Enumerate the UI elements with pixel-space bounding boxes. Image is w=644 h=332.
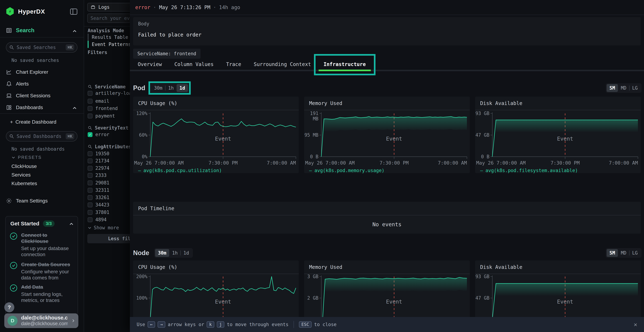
time-range-button[interactable]: 30m xyxy=(155,249,169,257)
filter-option[interactable]: ✓ 29081 xyxy=(88,180,109,186)
get-started-title: Get Started 3/3 xyxy=(10,220,54,227)
analysis-mode-option[interactable]: Event Patterns xyxy=(88,41,131,48)
user-menu[interactable]: D dale@clickhouse.com dale@clickhouse.co… xyxy=(4,314,78,328)
svg-text:Event: Event xyxy=(557,298,573,305)
sidebar-item-chart-explorer[interactable]: Chart Explorer xyxy=(6,69,48,75)
svg-text:0 B: 0 B xyxy=(310,154,318,160)
service-name-chip[interactable]: ServiceName: frontend xyxy=(133,49,200,59)
filter-option[interactable]: ✓ 22974 xyxy=(88,166,109,171)
chevron-up-icon[interactable] xyxy=(69,222,74,226)
filter-group-header[interactable]: LogAttributes xyxy=(88,144,131,149)
tab[interactable]: Overview xyxy=(133,59,167,70)
time-range-button[interactable]: 1d xyxy=(176,84,188,92)
sidebar-item-alerts[interactable]: Alerts xyxy=(6,81,29,87)
create-dashboard-button[interactable]: + Create Dashboard xyxy=(10,119,56,125)
svg-text:93 GB: 93 GB xyxy=(476,111,490,116)
preset-item[interactable]: Kubernetes xyxy=(12,181,37,186)
svg-text:May 26 7:00:00 AM: May 26 7:00:00 AM xyxy=(305,160,354,166)
preset-item[interactable]: Services xyxy=(12,172,30,178)
show-more-toggle[interactable]: Show more xyxy=(88,225,119,230)
help-button[interactable]: ? xyxy=(4,302,14,312)
get-started-card: Get Started 3/3 Connect to ClickHouse Se… xyxy=(5,216,78,316)
size-button[interactable]: LG xyxy=(629,249,640,257)
checkbox[interactable]: ✓ xyxy=(88,106,92,111)
tab[interactable]: Infrastructure xyxy=(318,59,371,70)
time-range-button[interactable]: 1h xyxy=(165,84,176,92)
filters-label: Filters xyxy=(88,50,107,55)
filter-option[interactable]: ✓ 19350 xyxy=(88,151,109,156)
checkbox[interactable]: ✓ xyxy=(88,166,92,171)
size-button[interactable]: SM xyxy=(606,249,618,257)
get-started-item[interactable]: Create Data Sources Configure where your… xyxy=(10,262,73,281)
filter-option[interactable]: ✓ 4894 xyxy=(88,217,106,222)
checkbox[interactable]: ✓ xyxy=(88,114,92,118)
filter-option[interactable]: ✓ frontend xyxy=(88,106,118,111)
tab[interactable]: Surrounding Context xyxy=(249,59,316,70)
sidebar-item-search[interactable]: Search xyxy=(6,27,34,34)
pod-time-range: 30m1h1d xyxy=(150,83,189,93)
checkbox[interactable]: ✓ xyxy=(88,210,92,215)
size-button[interactable]: MD xyxy=(618,84,629,92)
checkbox[interactable]: ✓ xyxy=(88,91,92,96)
search-icon xyxy=(88,84,92,89)
saved-dashboards-input[interactable]: Saved Dashboards ⌘K xyxy=(6,131,78,142)
filter-option[interactable]: ✓ 32311 xyxy=(88,188,109,193)
filter-group-header[interactable]: ServiceName xyxy=(88,84,126,90)
filter-option[interactable]: ✓ error xyxy=(88,132,109,137)
size-button[interactable]: MD xyxy=(618,249,629,257)
filter-option[interactable]: ✓ 33261 xyxy=(88,195,109,200)
filter-option[interactable]: ✓ artillery-loa xyxy=(88,90,132,96)
presets-toggle[interactable]: PRESETS xyxy=(12,155,42,160)
filter-group-header[interactable]: SeverityText xyxy=(88,125,128,130)
analysis-mode-option[interactable]: Results Table xyxy=(88,34,128,41)
time-range-button[interactable]: 1d xyxy=(180,249,192,257)
checkbox[interactable]: ✓ xyxy=(88,132,92,137)
checkbox[interactable]: ✓ xyxy=(88,173,92,178)
tab[interactable]: Trace xyxy=(221,59,246,70)
sidebar-item-team-settings[interactable]: Team Settings xyxy=(6,198,48,204)
sidebar-collapse-icon[interactable] xyxy=(70,8,77,15)
filter-option[interactable]: ✓ payment xyxy=(88,113,115,118)
filter-option[interactable]: ✓ 34423 xyxy=(88,202,109,208)
size-button[interactable]: SM xyxy=(606,84,618,92)
chart-plot[interactable]: 93 GB47 GB0 BMay 26 7:00:00 AM7:30:00 PM… xyxy=(475,110,641,166)
close-icon[interactable]: ✕ xyxy=(634,321,637,328)
svg-text:0%: 0% xyxy=(142,154,148,160)
get-started-item[interactable]: Add Data Start sending logs, metrics, or… xyxy=(10,284,73,303)
chart-line-icon xyxy=(6,69,12,75)
checkbox[interactable]: ✓ xyxy=(88,180,92,185)
filter-option[interactable]: ✓ 2333 xyxy=(88,172,106,178)
checkbox[interactable]: ✓ xyxy=(88,195,92,200)
sidebar-item-dashboards[interactable]: Dashboards xyxy=(6,104,43,110)
svg-text:0 B: 0 B xyxy=(481,154,490,160)
sidebar-item-client-sessions[interactable]: Client Sessions xyxy=(6,93,50,99)
chevron-up-icon[interactable] xyxy=(72,106,77,110)
no-saved-dashboards-text: No saved dashboards xyxy=(12,146,64,152)
filter-option[interactable]: ✓ email xyxy=(88,98,109,104)
checkbox[interactable]: ✓ xyxy=(88,188,92,193)
size-button[interactable]: LG xyxy=(629,84,640,92)
body-text: Failed to place order xyxy=(138,32,202,38)
checkbox[interactable]: ✓ xyxy=(88,151,92,156)
tab[interactable]: Column Values xyxy=(170,59,218,70)
saved-searches-input[interactable]: Saved Searches ⌘K xyxy=(6,42,78,52)
time-range-button[interactable]: 30m xyxy=(151,84,165,92)
filter-option[interactable]: ✓ 37801 xyxy=(88,210,109,215)
preset-item[interactable]: ClickHouse xyxy=(12,164,37,169)
chart-plot[interactable]: 191MB95 MB0 BMay 26 7:00:00 AM7:30:00 PM… xyxy=(304,110,470,166)
saved-dashboards-placeholder: Saved Dashboards xyxy=(17,134,63,139)
checkbox[interactable]: ✓ xyxy=(88,202,92,207)
shortcut-badge: ⌘K xyxy=(66,44,74,50)
checkbox[interactable]: ✓ xyxy=(88,99,92,104)
hyperdx-logo-icon: ⚡ xyxy=(6,7,14,16)
get-started-item[interactable]: Connect to ClickHouse Set up your databa… xyxy=(10,232,73,258)
svg-text:Event: Event xyxy=(215,136,231,142)
checkbox[interactable]: ✓ xyxy=(88,158,92,163)
filter-option[interactable]: ✓ 21734 xyxy=(88,158,109,164)
chevron-up-icon[interactable] xyxy=(72,29,77,34)
time-range-button[interactable]: 1h xyxy=(169,249,180,257)
event-detail-panel: error · May 26 7:13:26 PM · 14h ago Body… xyxy=(130,0,644,332)
checkbox[interactable]: ✓ xyxy=(88,217,92,222)
pod-timeline-empty: No events xyxy=(133,215,641,233)
chart-plot[interactable]: 120%60%0%May 26 7:00:00 AM7:30:00 PM7:00… xyxy=(133,110,299,166)
